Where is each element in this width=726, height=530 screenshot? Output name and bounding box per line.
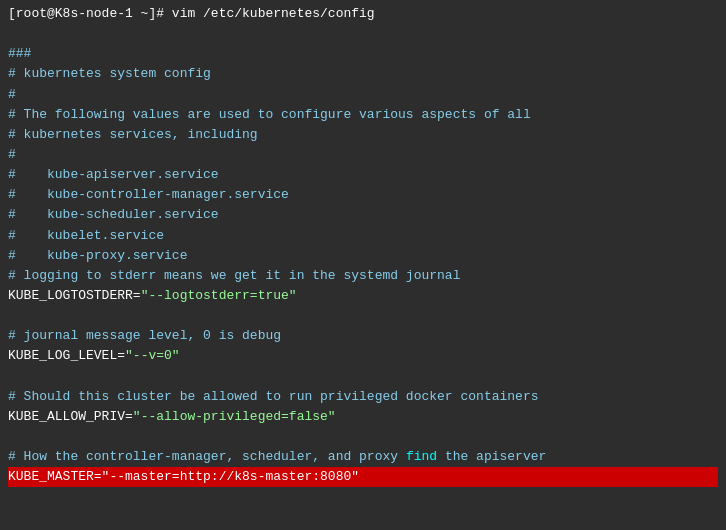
kube-logtostderr-value: "--logtostderr=true"	[141, 288, 297, 303]
kube-log-level-value: "--v=0"	[125, 348, 180, 363]
comment-3: #	[8, 85, 718, 105]
comment-8: # kube-controller-manager.service	[8, 185, 718, 205]
comment-5: # kubernetes services, including	[8, 125, 718, 145]
comment-1: ###	[8, 44, 718, 64]
comment-15b: the apiserver	[437, 449, 546, 464]
comment-13: # journal message level, 0 is debug	[8, 326, 718, 346]
kube-logtostderr-line: KUBE_LOGTOSTDERR="--logtostderr=true"	[8, 286, 718, 306]
terminal-window: [root@K8s-node-1 ~]# vim /etc/kubernetes…	[0, 0, 726, 530]
kube-allow-priv-value: "--allow-privileged=false"	[133, 409, 336, 424]
prompt-line: [root@K8s-node-1 ~]# vim /etc/kubernetes…	[8, 4, 718, 24]
blank-line-3	[8, 367, 718, 387]
comment-14: # Should this cluster be allowed to run …	[8, 387, 718, 407]
blank-line-1	[8, 24, 718, 44]
blank-line-2	[8, 306, 718, 326]
comment-15-line: # How the controller-manager, scheduler,…	[8, 447, 718, 467]
comment-11: # kube-proxy.service	[8, 246, 718, 266]
comment-2: # kubernetes system config	[8, 64, 718, 84]
kube-log-level-key: KUBE_LOG_LEVEL=	[8, 348, 125, 363]
comment-10: # kubelet.service	[8, 226, 718, 246]
comment-12: # logging to stderr means we get it in t…	[8, 266, 718, 286]
kube-logtostderr-key: KUBE_LOGTOSTDERR=	[8, 288, 141, 303]
kube-allow-priv-key: KUBE_ALLOW_PRIV=	[8, 409, 133, 424]
kube-master-line: KUBE_MASTER="--master=http://k8s-master:…	[8, 467, 718, 487]
find-text: find	[406, 449, 437, 464]
comment-15: # How the controller-manager, scheduler,…	[8, 449, 406, 464]
comment-7: # kube-apiserver.service	[8, 165, 718, 185]
kube-allow-priv-line: KUBE_ALLOW_PRIV="--allow-privileged=fals…	[8, 407, 718, 427]
blank-line-4	[8, 427, 718, 447]
comment-4: # The following values are used to confi…	[8, 105, 718, 125]
comment-6: #	[8, 145, 718, 165]
comment-9: # kube-scheduler.service	[8, 205, 718, 225]
kube-log-level-line: KUBE_LOG_LEVEL="--v=0"	[8, 346, 718, 366]
